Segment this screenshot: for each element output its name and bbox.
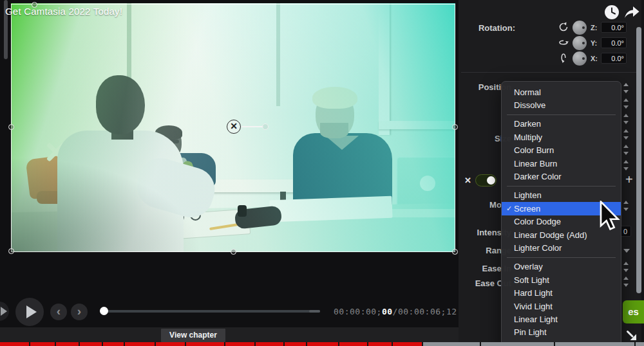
rotate-y-icon[interactable] (558, 37, 569, 48)
selection-handle[interactable] (231, 249, 236, 255)
menu-item-color-burn[interactable]: Color Burn (502, 144, 621, 157)
stepper[interactable] (623, 82, 629, 94)
stepper[interactable] (623, 144, 629, 156)
play-icon (1, 307, 7, 316)
add-button[interactable]: + (625, 172, 633, 187)
rotation-row-x: X: 0.0° (558, 51, 642, 67)
scrollbar-track (641, 0, 644, 346)
menu-item-label: Color Dodge (514, 217, 561, 226)
clock-icon[interactable] (604, 5, 620, 20)
view-chapter-button[interactable]: View chapter (161, 329, 225, 342)
menu-item-hard-light[interactable]: Hard Light (502, 286, 621, 299)
effect-toggle[interactable] (475, 174, 497, 187)
rotation-label: Rotation: (459, 23, 515, 33)
selection-handle[interactable] (8, 248, 14, 254)
rotation-dial[interactable] (573, 21, 587, 35)
menu-item-label: Dissolve (514, 100, 545, 110)
next-frame-button[interactable]: › (71, 304, 88, 320)
stepper[interactable] (623, 98, 629, 109)
previous-frame-button[interactable]: ‹ (50, 304, 67, 320)
menu-item-label: Normal (514, 87, 541, 97)
chapter-gap (338, 342, 339, 346)
checkmark-icon: ✓ (504, 205, 514, 213)
menu-item-linear-light[interactable]: Linear Light (502, 313, 621, 325)
axis-label: Z: (591, 24, 597, 32)
chapter-gap (422, 342, 423, 346)
selection-handle[interactable] (32, 2, 37, 8)
mini-play-button[interactable] (0, 302, 9, 321)
menu-item-dissolve[interactable]: Dissolve (502, 98, 621, 111)
fullscreen-icon[interactable] (625, 329, 639, 343)
rotation-dial[interactable] (573, 36, 587, 50)
play-button[interactable] (15, 298, 44, 326)
rotation-x-input[interactable]: 0.0° (601, 53, 627, 64)
menu-item-lighter-color[interactable]: Lighter Color (502, 241, 621, 254)
chapter-gap (79, 342, 80, 346)
menu-item-normal[interactable]: Normal (502, 86, 621, 98)
menu-divider (507, 114, 616, 115)
rotate-handle-line (242, 126, 263, 127)
rotation-row-z: Z: 0.0° (558, 21, 642, 36)
menu-item-overlay[interactable]: Overlay (502, 260, 621, 273)
menu-item-darken[interactable]: Darken (502, 118, 621, 131)
selection-handle[interactable] (452, 124, 458, 130)
progress-watched (0, 342, 422, 346)
video-player: Get Camtasia 2022 Today! ✕ Rotation: Z: … (0, 0, 644, 346)
menu-item-label: Linear Burn (514, 159, 557, 168)
panel-scrollbar[interactable] (636, 27, 641, 293)
chapter-gap (102, 342, 103, 346)
toggle-knob (487, 176, 495, 185)
menu-item-linear-burn[interactable]: Linear Burn (502, 157, 621, 170)
rotation-row-y: Y: 0.0° (558, 36, 642, 51)
rotate-x-icon[interactable] (558, 53, 569, 63)
share-icon[interactable] (623, 5, 640, 20)
annotation-center-handle[interactable]: ✕ (227, 120, 241, 134)
stepper[interactable] (623, 261, 629, 273)
axis-label: X: (591, 55, 598, 62)
menu-item-label: Darken (514, 119, 541, 129)
range-dropdown-caret[interactable] (623, 249, 630, 253)
menu-item-multiply[interactable]: Multiply (502, 131, 621, 143)
stepper[interactable] (623, 276, 629, 287)
menu-item-label: Multiply (514, 132, 542, 142)
chapter-gap (155, 342, 156, 346)
menu-item-label: Screen (514, 204, 540, 214)
chapter-gap (392, 342, 393, 346)
stepper[interactable] (623, 129, 629, 140)
selection-handle[interactable] (452, 249, 458, 255)
stepper[interactable] (623, 113, 629, 125)
stepper[interactable] (623, 159, 629, 171)
menu-divider (507, 257, 616, 258)
mouse-cursor (600, 201, 620, 230)
chapter-gap (554, 342, 555, 346)
seek-handle[interactable] (100, 307, 108, 315)
promo-link[interactable]: Get Camtasia 2022 Today! (5, 6, 122, 17)
chapter-gap (254, 342, 256, 346)
selection-handle[interactable] (8, 124, 14, 130)
menu-item-vivid-light[interactable]: Vivid Light (502, 300, 621, 313)
rotation-z-input[interactable]: 0.0° (601, 22, 627, 33)
stepper[interactable] (623, 200, 629, 212)
menu-item-label: Pin Light (514, 327, 547, 337)
rotate-handle[interactable] (262, 123, 269, 130)
green-cta-button[interactable]: es (623, 300, 644, 323)
menu-item-label: Linear Light (514, 314, 558, 324)
chapter-gap (29, 342, 30, 346)
menu-item-darker-color[interactable]: Darker Color (502, 170, 621, 183)
progress-bar[interactable] (0, 342, 644, 346)
menu-item-pin-light[interactable]: Pin Light (502, 326, 621, 339)
menu-item-soft-light[interactable]: Soft Light (502, 273, 621, 286)
chapter-gap (480, 342, 481, 346)
remove-effect-icon[interactable]: ✕ (464, 176, 471, 185)
chapter-gap (185, 342, 186, 346)
menu-item-label: Linear Dodge (Add) (514, 230, 587, 240)
rotation-dial[interactable] (573, 51, 587, 66)
chapter-gap (124, 342, 125, 346)
rotate-z-icon[interactable] (558, 22, 569, 32)
rotation-y-input[interactable]: 0.0° (601, 37, 627, 48)
chapter-gap (306, 342, 307, 346)
seek-track[interactable] (100, 310, 320, 313)
menu-item-label: Lighten (514, 190, 542, 200)
panel-divider (461, 72, 641, 73)
play-icon (26, 305, 37, 318)
